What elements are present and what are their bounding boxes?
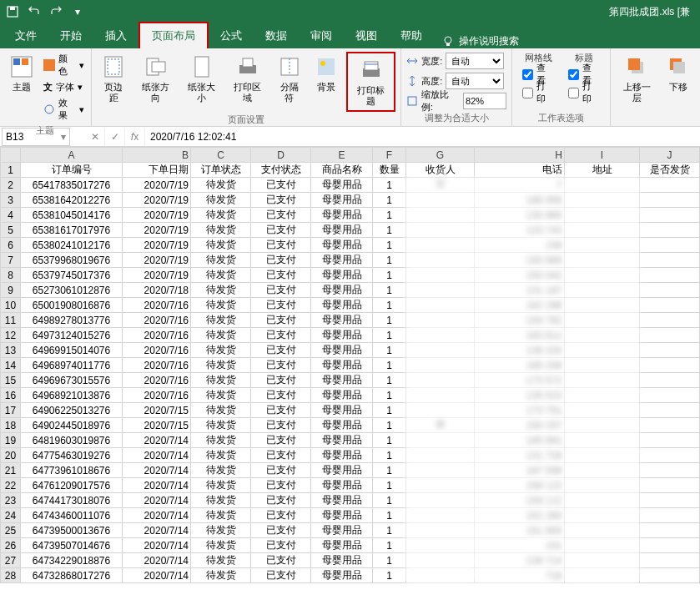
- cell[interactable]: 1: [373, 208, 406, 223]
- cell[interactable]: [406, 493, 475, 508]
- row-header[interactable]: 2: [1, 178, 21, 193]
- cell[interactable]: 1: [373, 508, 406, 523]
- tab-help[interactable]: 帮助: [389, 23, 434, 48]
- cell[interactable]: 已支付: [251, 463, 311, 478]
- cell[interactable]: 64732868017276: [21, 568, 123, 583]
- cell[interactable]: 章: [406, 418, 475, 433]
- cell[interactable]: 待发货: [191, 388, 251, 403]
- row-header[interactable]: 19: [1, 433, 21, 448]
- cell[interactable]: [406, 538, 475, 553]
- cell[interactable]: [565, 568, 640, 583]
- cell[interactable]: 母婴用品: [311, 238, 373, 253]
- cell[interactable]: 待发货: [191, 253, 251, 268]
- cell[interactable]: [406, 328, 475, 343]
- cell[interactable]: 1: [373, 223, 406, 238]
- cell[interactable]: 待发货: [191, 328, 251, 343]
- col-header-I[interactable]: I: [565, 148, 640, 163]
- cell[interactable]: 2020/7/14: [123, 433, 191, 448]
- row-header[interactable]: 22: [1, 478, 21, 493]
- cell[interactable]: 待发货: [191, 538, 251, 553]
- cell[interactable]: 64902445018976: [21, 418, 123, 433]
- row-header[interactable]: 8: [1, 268, 21, 283]
- headings-print-check[interactable]: 打印: [568, 84, 600, 101]
- cell[interactable]: [565, 283, 640, 298]
- cell[interactable]: [640, 178, 700, 193]
- cell[interactable]: [565, 268, 640, 283]
- cell[interactable]: 716: [475, 568, 565, 583]
- row-header[interactable]: 26: [1, 538, 21, 553]
- cell[interactable]: 母婴用品: [311, 343, 373, 358]
- cell[interactable]: 已支付: [251, 178, 311, 193]
- cell[interactable]: 151 905: [475, 523, 565, 538]
- cell[interactable]: 待发货: [191, 463, 251, 478]
- background-button[interactable]: 背景: [310, 52, 343, 112]
- cell[interactable]: 待发货: [191, 508, 251, 523]
- cell[interactable]: [640, 283, 700, 298]
- cell[interactable]: 电话: [475, 163, 565, 178]
- cell[interactable]: 131 728: [475, 448, 565, 463]
- redo-button[interactable]: [47, 3, 65, 21]
- cell[interactable]: [565, 373, 640, 388]
- cell[interactable]: 1: [373, 538, 406, 553]
- cell[interactable]: [406, 253, 475, 268]
- enter-formula-button[interactable]: ✓: [105, 128, 125, 146]
- cell[interactable]: 1: [373, 313, 406, 328]
- cell[interactable]: [640, 268, 700, 283]
- cell[interactable]: [640, 523, 700, 538]
- cell[interactable]: 2020/7/19: [123, 208, 191, 223]
- cell[interactable]: [640, 208, 700, 223]
- cell[interactable]: 2020/7/19: [123, 193, 191, 208]
- cell[interactable]: [565, 508, 640, 523]
- col-header-J[interactable]: J: [640, 148, 700, 163]
- cell[interactable]: 1: [373, 358, 406, 373]
- cell[interactable]: 2020/7/15: [123, 403, 191, 418]
- cell[interactable]: 2020/7/14: [123, 553, 191, 568]
- cell[interactable]: 2020/7/19: [123, 253, 191, 268]
- cell[interactable]: 187 598: [475, 463, 565, 478]
- cell[interactable]: 159 782: [475, 313, 565, 328]
- scale-input[interactable]: [463, 93, 506, 109]
- cell[interactable]: [406, 403, 475, 418]
- cell[interactable]: 已支付: [251, 493, 311, 508]
- cell[interactable]: 待发货: [191, 403, 251, 418]
- bring-forward-button[interactable]: 上移一层: [616, 52, 658, 113]
- cell[interactable]: 待发货: [191, 178, 251, 193]
- cell[interactable]: 1: [373, 448, 406, 463]
- cell[interactable]: 已支付: [251, 328, 311, 343]
- cell[interactable]: 64973124015276: [21, 328, 123, 343]
- cell[interactable]: 母婴用品: [311, 253, 373, 268]
- cell[interactable]: 64968974011776: [21, 358, 123, 373]
- row-header[interactable]: 9: [1, 283, 21, 298]
- col-header-D[interactable]: D: [251, 148, 311, 163]
- cell[interactable]: 1: [373, 238, 406, 253]
- cell[interactable]: [640, 538, 700, 553]
- cell[interactable]: 芳: [406, 178, 475, 193]
- width-select[interactable]: 自动: [446, 53, 504, 69]
- cell[interactable]: 2020/7/14: [123, 523, 191, 538]
- cell[interactable]: [565, 463, 640, 478]
- tab-insert[interactable]: 插入: [93, 23, 138, 48]
- qat-dropdown[interactable]: ▾: [68, 3, 87, 21]
- cell[interactable]: [640, 253, 700, 268]
- cell[interactable]: 1: [373, 568, 406, 583]
- cell[interactable]: 待发货: [191, 238, 251, 253]
- cell[interactable]: 待发货: [191, 313, 251, 328]
- col-header-A[interactable]: A: [21, 148, 123, 163]
- cell[interactable]: [565, 358, 640, 373]
- cell[interactable]: [640, 448, 700, 463]
- cell[interactable]: 65379968019676: [21, 253, 123, 268]
- cell[interactable]: [640, 298, 700, 313]
- cell[interactable]: 母婴用品: [311, 508, 373, 523]
- cell[interactable]: 母婴用品: [311, 478, 373, 493]
- cell[interactable]: [640, 418, 700, 433]
- cell[interactable]: 1: [373, 553, 406, 568]
- cell[interactable]: 1: [373, 328, 406, 343]
- cell[interactable]: 数量: [373, 163, 406, 178]
- tab-page-layout[interactable]: 页面布局: [138, 22, 209, 48]
- row-header[interactable]: 7: [1, 253, 21, 268]
- cell[interactable]: 151: [475, 538, 565, 553]
- cell[interactable]: 1: [373, 193, 406, 208]
- cell[interactable]: 65381045014176: [21, 208, 123, 223]
- cell[interactable]: [640, 193, 700, 208]
- cell[interactable]: 已支付: [251, 418, 311, 433]
